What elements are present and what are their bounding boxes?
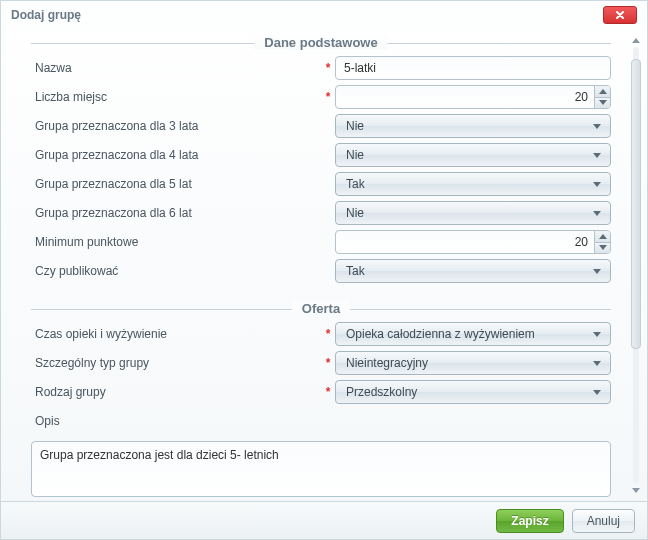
seats-spinner[interactable] [335,85,611,109]
label-publish: Czy publikować [31,264,321,278]
age5-select-value: Tak [346,177,590,191]
seats-input[interactable] [336,86,594,108]
label-age4: Grupa przeznaczona dla 4 lata [31,148,321,162]
dialog-title: Dodaj grupę [11,8,81,22]
label-age3: Grupa przeznaczona dla 3 lata [31,119,321,133]
label-name: Nazwa [31,61,321,75]
label-minpts: Minimum punktowe [31,235,321,249]
name-input[interactable] [335,56,611,80]
publish-select[interactable]: Tak [335,259,611,283]
add-group-dialog: Dodaj grupę Dane podstawowe Nazwa * [0,0,648,540]
age3-select[interactable]: Nie [335,114,611,138]
dialog-titlebar: Dodaj grupę [1,1,647,29]
age5-select[interactable]: Tak [335,172,611,196]
chevron-down-icon [590,390,604,395]
label-age5: Grupa przeznaczona dla 5 lat [31,177,321,191]
chevron-down-icon [590,182,604,187]
scroll-thumb[interactable] [631,59,641,349]
chevron-down-icon [590,124,604,129]
save-button-label: Zapisz [511,514,548,528]
label-care: Czas opieki i wyżywienie [31,327,321,341]
cancel-button[interactable]: Anuluj [572,509,635,533]
fieldset-basic-legend: Dane podstawowe [254,35,387,50]
required-mark: * [321,356,335,370]
desc-textarea[interactable] [31,441,611,497]
publish-select-value: Tak [346,264,590,278]
chevron-down-icon [590,211,604,216]
chevron-down-icon [590,332,604,337]
minpts-input[interactable] [336,231,594,253]
age6-select[interactable]: Nie [335,201,611,225]
age6-select-value: Nie [346,206,590,220]
label-seats: Liczba miejsc [31,90,321,104]
cancel-button-label: Anuluj [587,514,620,528]
required-mark: * [321,385,335,399]
fieldset-offer: Oferta Czas opieki i wyżywienie * Opieka… [31,301,611,500]
vertical-scrollbar[interactable] [631,35,641,495]
kind-select[interactable]: Przedszkolny [335,380,611,404]
seats-spin-up[interactable] [595,86,610,98]
minpts-spin-down[interactable] [595,243,610,254]
close-icon [615,10,625,20]
required-mark: * [321,90,335,104]
save-button[interactable]: Zapisz [496,509,563,533]
minpts-spinner[interactable] [335,230,611,254]
fieldset-basic: Dane podstawowe Nazwa * Liczba miejsc * [31,35,611,285]
dialog-content: Dane podstawowe Nazwa * Liczba miejsc * [11,29,621,501]
gtype-select[interactable]: Nieintegracyjny [335,351,611,375]
close-button[interactable] [603,6,637,24]
kind-select-value: Przedszkolny [346,385,590,399]
label-kind: Rodzaj grupy [31,385,321,399]
age4-select[interactable]: Nie [335,143,611,167]
chevron-down-icon [590,269,604,274]
label-desc: Opis [31,414,321,428]
label-age6: Grupa przeznaczona dla 6 lat [31,206,321,220]
care-select-value: Opieka całodzienna z wyżywieniem [346,327,590,341]
age4-select-value: Nie [346,148,590,162]
scroll-up-icon[interactable] [631,35,641,45]
minpts-spin-up[interactable] [595,231,610,243]
care-select[interactable]: Opieka całodzienna z wyżywieniem [335,322,611,346]
dialog-footer: Zapisz Anuluj [1,501,647,539]
scroll-down-icon[interactable] [631,485,641,495]
label-gtype: Szczególny typ grupy [31,356,321,370]
required-mark: * [321,327,335,341]
required-mark: * [321,61,335,75]
gtype-select-value: Nieintegracyjny [346,356,590,370]
chevron-down-icon [590,361,604,366]
seats-spin-down[interactable] [595,98,610,109]
fieldset-offer-legend: Oferta [292,301,350,316]
chevron-down-icon [590,153,604,158]
age3-select-value: Nie [346,119,590,133]
